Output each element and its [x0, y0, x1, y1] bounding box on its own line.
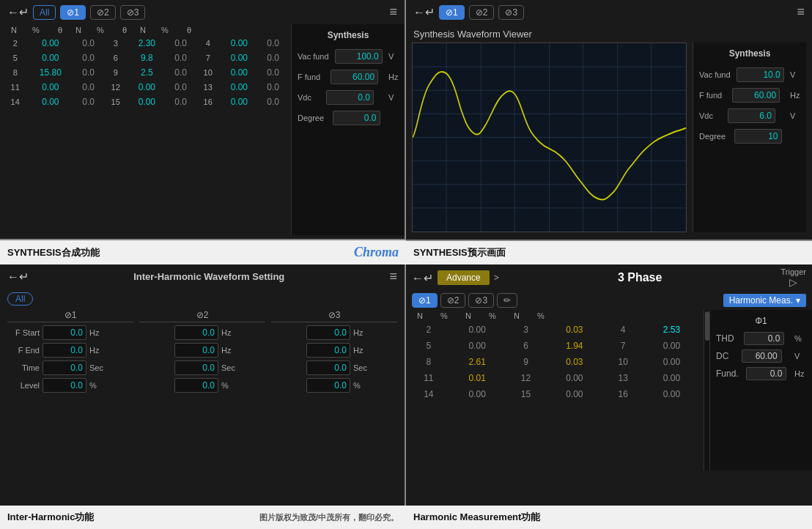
hm-col-n2: N: [460, 311, 476, 320]
menu-button-tr[interactable]: ≡: [797, 4, 805, 20]
ih-phase1: ⊘1 F Start Hz F End Hz Time: [7, 310, 133, 393]
waveform-svg: [413, 43, 686, 232]
ih-fend2-row: Hz: [139, 343, 265, 358]
back-button-br[interactable]: ←↵: [412, 271, 433, 285]
ih-fstart2-input[interactable]: [174, 325, 218, 340]
ih-level2-row: %: [139, 378, 265, 393]
ih-fstart3-input[interactable]: [306, 325, 350, 340]
menu-button-tl[interactable]: ≡: [389, 4, 397, 20]
tab-phase1-tl[interactable]: ⊘1: [60, 5, 86, 20]
f-fund-input[interactable]: [331, 70, 378, 84]
ih-fend2-unit: Hz: [221, 346, 239, 355]
tab-phase1-tr[interactable]: ⊘1: [439, 5, 465, 20]
tr-degree-field: Degree: [699, 129, 800, 144]
table-row: 2 0.00 3 0.03 4 2.53: [409, 322, 701, 338]
synthesis-data-table: 2 0.00 0.0 3 2.30 0.0 4 0.00 0.0: [3, 36, 288, 109]
hm-tab-phase3[interactable]: ⊘3: [468, 293, 494, 308]
cell: 0.00: [643, 338, 701, 354]
cell: 0.03: [545, 322, 603, 338]
hm-tab-edit[interactable]: ✏: [497, 293, 517, 308]
ih-time3-input[interactable]: [306, 360, 350, 375]
degree-input[interactable]: [333, 111, 380, 125]
hm-tab-phase1[interactable]: ⊘1: [412, 293, 438, 308]
ih-time1-input[interactable]: [43, 360, 86, 375]
cell: 0.00: [449, 338, 506, 354]
ih-level1-input[interactable]: [43, 378, 86, 393]
trigger-play-button[interactable]: ▷: [789, 276, 797, 288]
f-fund-unit: Hz: [388, 73, 399, 81]
cell: 0.0: [166, 95, 196, 109]
ih-level1-unit: %: [89, 381, 107, 390]
cell: 1.94: [545, 338, 603, 354]
vdc-unit: V: [388, 93, 399, 102]
ih-all-button[interactable]: All: [7, 292, 33, 306]
ih-topbar: ←↵ Inter-Harmonic Waveform Setting ≡: [0, 264, 405, 289]
back-button-bl[interactable]: ←↵: [7, 270, 29, 284]
table-row: 5 0.00 6 1.94 7 0.00: [409, 338, 701, 354]
caption-tr: SYNTHESIS预示画面: [406, 241, 812, 264]
cell: 0.00: [27, 80, 73, 95]
ih-fend3-input[interactable]: [306, 343, 350, 358]
vdc-input[interactable]: [326, 90, 374, 105]
ih-time2-input[interactable]: [174, 360, 218, 375]
ih-fstart1-input[interactable]: [43, 325, 86, 340]
cell: 11: [3, 80, 27, 95]
tab-phase3-tr[interactable]: ⊘3: [498, 5, 524, 20]
panel-harmonic-meas: ←↵ Advance > 3 Phase Trigger ▷ ⊘1 ⊘2 ⊘3 …: [406, 264, 812, 529]
thd-input[interactable]: [744, 332, 784, 345]
cell: 0.00: [643, 386, 701, 402]
caption-tr-text: SYNTHESIS预示画面: [413, 246, 506, 259]
panel-synthesis-inner: ←↵ All ⊘1 ⊘2 ⊘3 ≡ N % θ N % θ: [0, 0, 406, 240]
ih-level3-unit: %: [353, 381, 371, 390]
hm-col-pct2: %: [476, 311, 509, 320]
ih-content: All ⊘1 F Start Hz F End Hz: [0, 289, 405, 502]
all-tab-tl[interactable]: All: [33, 5, 56, 20]
tr-vac-fund-input[interactable]: [737, 67, 784, 82]
fund-input[interactable]: [746, 367, 786, 380]
tab-phase2-tr[interactable]: ⊘2: [469, 5, 495, 20]
tab-phase2-tl[interactable]: ⊘2: [90, 5, 116, 20]
col-pct2: %: [86, 26, 114, 34]
cell: 6: [506, 338, 546, 354]
back-button-tr[interactable]: ←↵: [413, 5, 435, 19]
advance-button[interactable]: Advance: [438, 270, 490, 285]
tr-degree-label: Degree: [699, 132, 726, 141]
copyright-text: 图片版权为致茂/中茂所有，翻印必究。: [259, 512, 399, 523]
cell: 2.61: [449, 354, 506, 370]
cell: 3: [506, 322, 546, 338]
waveform-params-title: Synthesis: [699, 48, 800, 59]
hm-table-area: N % N % N % 2 0.00 3 0.03: [406, 310, 704, 470]
ih-fend1-unit: Hz: [89, 346, 107, 355]
ih-fend1-input[interactable]: [43, 343, 86, 358]
dc-unit: V: [794, 352, 806, 360]
back-button-tl[interactable]: ←↵: [7, 5, 29, 19]
ih-phases: ⊘1 F Start Hz F End Hz Time: [7, 310, 397, 393]
cell: 0.0: [258, 80, 288, 95]
dc-input[interactable]: [742, 349, 782, 363]
cell: 0.0: [166, 80, 196, 95]
tr-degree-input[interactable]: [734, 129, 782, 144]
vac-fund-input[interactable]: [335, 49, 383, 64]
cell: 14: [409, 386, 449, 402]
tr-f-fund-input[interactable]: [732, 88, 780, 103]
cell: 0.00: [27, 51, 73, 65]
advance-chevron: >: [494, 273, 499, 283]
tr-vac-fund-field: Vac fund V: [699, 67, 800, 82]
hm-right-panel: Φ1 THD % DC V Fund. Hz: [709, 310, 812, 470]
scrollbar[interactable]: [704, 310, 709, 470]
menu-button-bl[interactable]: ≡: [389, 269, 397, 284]
tab-phase3-tl[interactable]: ⊘3: [120, 5, 146, 20]
tr-vdc-input[interactable]: [728, 108, 775, 123]
cell: 0.0: [258, 51, 288, 65]
cell: 0.00: [449, 386, 506, 402]
ih-level2-input[interactable]: [174, 378, 218, 393]
ih-level3-input[interactable]: [306, 378, 350, 393]
harmonic-meas-dropdown[interactable]: Harmonic Meas. ▾: [723, 294, 806, 307]
cell: 0.00: [220, 95, 258, 109]
col-n1: N: [6, 26, 22, 34]
ih-fend2-input[interactable]: [174, 343, 218, 358]
tr-f-fund-label: F fund: [699, 91, 722, 100]
hm-tab-phase2[interactable]: ⊘2: [440, 293, 466, 308]
f-fund-field: F fund Hz: [298, 70, 399, 84]
hm-right-title: Φ1: [716, 316, 806, 326]
